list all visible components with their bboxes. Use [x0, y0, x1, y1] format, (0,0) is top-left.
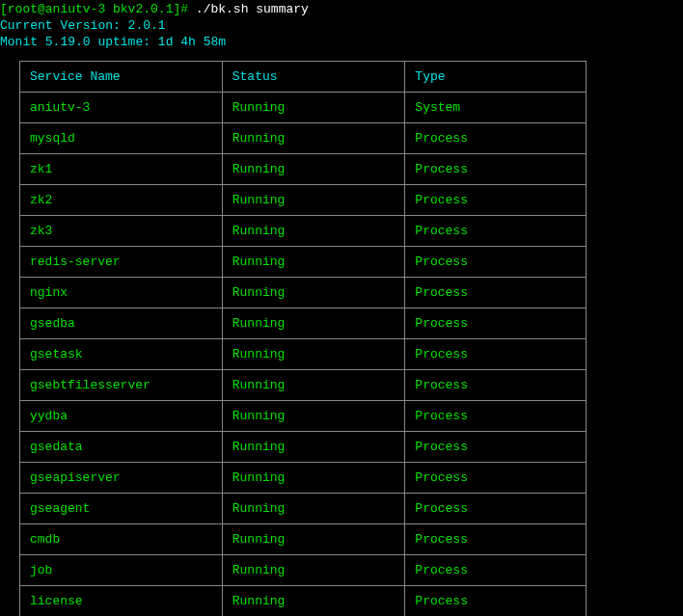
cell-type: Process — [405, 153, 587, 184]
cell-status: Running — [222, 493, 405, 523]
cell-status: Running — [222, 369, 405, 400]
table-row: gseagentRunningProcess — [20, 493, 587, 523]
table-row: gseapiserverRunningProcess — [20, 462, 587, 493]
cell-type: System — [405, 92, 587, 122]
cell-service-name: gsedata — [20, 431, 223, 462]
cell-status: Running — [222, 153, 405, 184]
table-row: aniutv-3RunningSystem — [20, 92, 587, 122]
cell-type: Process — [405, 493, 587, 523]
cell-service-name: yydba — [20, 400, 223, 431]
cell-service-name: zk3 — [20, 215, 223, 246]
table-row: gsedbaRunningProcess — [20, 308, 587, 338]
monit-line: Monit 5.19.0 uptime: 1d 4h 58m — [0, 35, 683, 51]
cell-type: Process — [405, 338, 587, 369]
cell-type: Process — [405, 246, 587, 277]
table-row: zk2RunningProcess — [20, 184, 587, 215]
cell-service-name: cmdb — [20, 523, 223, 554]
cell-service-name: zk1 — [20, 153, 223, 184]
cell-service-name: gsedba — [20, 308, 223, 338]
col-service-name: Service Name — [20, 61, 223, 92]
cell-status: Running — [222, 308, 405, 338]
cell-type: Process — [405, 585, 587, 616]
cell-service-name: license — [20, 585, 223, 616]
table-row: gsedataRunningProcess — [20, 431, 587, 462]
col-type: Type — [405, 61, 587, 92]
cell-type: Process — [405, 431, 587, 462]
cell-type: Process — [405, 184, 587, 215]
table-row: cmdbRunningProcess — [20, 523, 587, 554]
services-table: Service Name Status Type aniutv-3Running… — [19, 61, 587, 616]
version-line: Current Version: 2.0.1 — [0, 18, 683, 35]
table-row: yydbaRunningProcess — [20, 400, 587, 431]
cell-service-name: gsetask — [20, 338, 223, 369]
cell-service-name: aniutv-3 — [20, 92, 223, 122]
cell-service-name: redis-server — [20, 246, 223, 277]
cell-service-name: nginx — [20, 277, 223, 308]
cell-status: Running — [222, 277, 405, 308]
table-row: mysqldRunningProcess — [20, 122, 587, 153]
table-header-row: Service Name Status Type — [20, 61, 587, 92]
table-row: zk1RunningProcess — [20, 153, 587, 184]
cell-service-name: job — [20, 554, 223, 585]
cell-type: Process — [405, 554, 587, 585]
cell-service-name: gseagent — [20, 493, 223, 523]
table-row: jobRunningProcess — [20, 554, 587, 585]
services-table-wrap: Service Name Status Type aniutv-3Running… — [0, 57, 683, 616]
shell-prompt: [root@aniutv-3 bkv2.0.1]# — [0, 2, 188, 16]
cell-type: Process — [405, 215, 587, 246]
cell-status: Running — [222, 338, 405, 369]
cell-status: Running — [222, 92, 405, 122]
table-row: nginxRunningProcess — [20, 277, 587, 308]
table-row: redis-serverRunningProcess — [20, 246, 587, 277]
cell-status: Running — [222, 523, 405, 554]
shell-prompt-line: [root@aniutv-3 bkv2.0.1]# ./bk.sh summar… — [0, 2, 683, 18]
cell-type: Process — [405, 400, 587, 431]
col-status: Status — [222, 61, 405, 92]
cell-type: Process — [405, 122, 587, 153]
cell-status: Running — [222, 462, 405, 493]
cell-service-name: mysqld — [20, 122, 223, 153]
table-row: gsebtfilesserverRunningProcess — [20, 369, 587, 400]
cell-service-name: zk2 — [20, 184, 223, 215]
cell-status: Running — [222, 215, 405, 246]
cell-type: Process — [405, 462, 587, 493]
cell-status: Running — [222, 246, 405, 277]
cell-type: Process — [405, 369, 587, 400]
cell-type: Process — [405, 277, 587, 308]
cell-status: Running — [222, 184, 405, 215]
table-row: zk3RunningProcess — [20, 215, 587, 246]
cell-type: Process — [405, 308, 587, 338]
shell-command: ./bk.sh summary — [196, 2, 309, 16]
cell-status: Running — [222, 122, 405, 153]
table-row: gsetaskRunningProcess — [20, 338, 587, 369]
cell-type: Process — [405, 523, 587, 554]
cell-status: Running — [222, 431, 405, 462]
cell-service-name: gseapiserver — [20, 462, 223, 493]
table-row: licenseRunningProcess — [20, 585, 587, 616]
cell-status: Running — [222, 585, 405, 616]
cell-service-name: gsebtfilesserver — [20, 369, 223, 400]
cell-status: Running — [222, 554, 405, 585]
cell-status: Running — [222, 400, 405, 431]
